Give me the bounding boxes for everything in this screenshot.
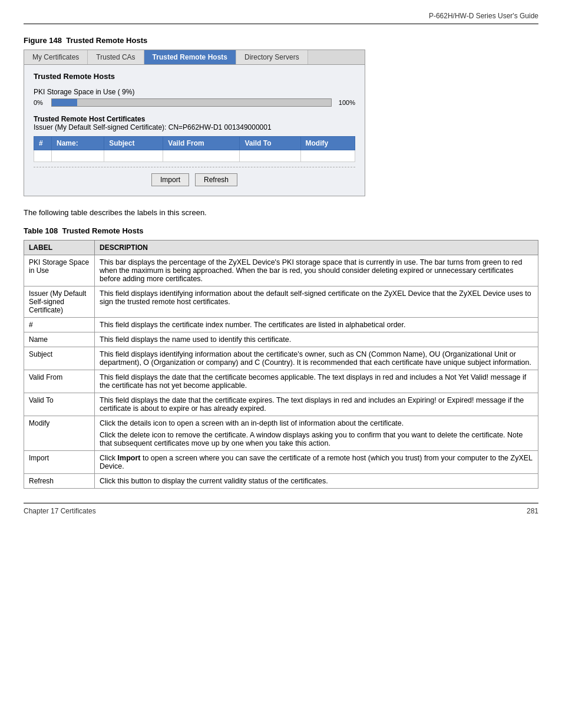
tab-my-certificates[interactable]: My Certificates [24,50,88,64]
row-label-0: PKI Storage Space in Use [24,255,95,286]
pki-bar-left-label: 0% [34,99,48,106]
table108-label: Table 108 Trusted Remote Hosts [24,226,538,235]
row-description-2: This field displays the certificate inde… [95,318,538,332]
page-footer: Chapter 17 Certificates 281 [24,503,538,515]
figure-label: Figure 148 Trusted Remote Hosts [24,36,538,45]
figure-number: Figure 148 [24,36,62,45]
row-label-2: # [24,318,95,332]
pki-bar-outer [51,98,332,107]
pki-bar-container: 0% 100% [34,98,355,107]
row-label-3: Name [24,332,95,347]
footer-right: 281 [527,507,538,515]
table-row: ModifyClick the details icon to open a s… [24,416,538,451]
pki-label: PKI Storage Space in Use ( 9%) [34,88,355,96]
table-row: NameThis field displays the name used to… [24,332,538,347]
row-label-9: Refresh [24,474,95,489]
row-description-6: This field displays the date that the ce… [95,393,538,416]
cert-issuer: Issuer (My Default Self-signed Certifica… [34,123,355,131]
ui-content: Trusted Remote Hosts PKI Storage Space i… [24,65,365,196]
page-header: P-662H/HW-D Series User's Guide [24,12,538,24]
row-description-9: Click this button to display the current… [95,474,538,489]
row-label-8: Import [24,451,95,474]
row-label-1: Issuer (My Default Self-signed Certifica… [24,286,95,318]
col-name: Name: [52,137,104,150]
pki-bar-right-label: 100% [335,99,355,106]
cert-table-header-row: # Name: Subject Vaild From Vaild To Modi… [34,137,355,150]
description-text: The following table describes the labels… [24,208,538,217]
row-description-3: This field displays the name used to ide… [95,332,538,347]
import-button[interactable]: Import [151,173,189,186]
table108-title: Trusted Remote Hosts [62,226,144,235]
tab-trusted-remote-hosts[interactable]: Trusted Remote Hosts [144,50,236,64]
table-row: Issuer (My Default Self-signed Certifica… [24,286,538,318]
section-title: Trusted Remote Hosts [34,72,355,81]
row-label-7: Modify [24,416,95,451]
row-description-0: This bar displays the percentage of the … [95,255,538,286]
row-label-5: Valid From [24,370,95,393]
row-label-6: Valid To [24,393,95,416]
row-description-1: This field displays identifying informat… [95,286,538,318]
refresh-button[interactable]: Refresh [195,173,237,186]
row-description-5: This field displays the date that the ce… [95,370,538,393]
tab-bar: My Certificates Trusted CAs Trusted Remo… [24,50,365,65]
figure-title: Trusted Remote Hosts [66,36,147,45]
pki-bar-inner [52,99,77,106]
table108-number: Table 108 [24,226,58,235]
row-description-4: This field displays identifying informat… [95,347,538,370]
row-description-7: Click the details icon to open a screen … [95,416,538,451]
cert-heading: Trusted Remote Host Certificates [34,115,355,123]
tab-directory-servers[interactable]: Directory Servers [236,50,308,64]
col-valid-to: Vaild To [240,137,300,150]
col-desc-header: DESCRIPTION [95,241,538,255]
tab-trusted-cas[interactable]: Trusted CAs [88,50,144,64]
row-description-8: Click Import to open a screen where you … [95,451,538,474]
table-row: #This field displays the certificate ind… [24,318,538,332]
table-row: RefreshClick this button to display the … [24,474,538,489]
row-label-4: Subject [24,347,95,370]
table-row: PKI Storage Space in UseThis bar display… [24,255,538,286]
col-hash: # [34,137,52,150]
col-label-header: LABEL [24,241,95,255]
table-row: SubjectThis field displays identifying i… [24,347,538,370]
table-row: ImportClick Import to open a screen wher… [24,451,538,474]
cert-table-empty-row [34,150,355,162]
table-row: Valid FromThis field displays the date t… [24,370,538,393]
description-table: LABEL DESCRIPTION PKI Storage Space in U… [24,240,538,489]
col-valid-from: Vaild From [163,137,240,150]
desc-table-header-row: LABEL DESCRIPTION [24,241,538,255]
ui-screenshot-box: My Certificates Trusted CAs Trusted Remo… [24,50,365,196]
button-row: Import Refresh [34,167,355,189]
cert-table: # Name: Subject Vaild From Vaild To Modi… [34,136,355,162]
header-title: P-662H/HW-D Series User's Guide [429,12,538,20]
col-subject: Subject [104,137,163,150]
col-modify: Modify [300,137,355,150]
footer-left: Chapter 17 Certificates [24,507,96,515]
table-row: Valid ToThis field displays the date tha… [24,393,538,416]
